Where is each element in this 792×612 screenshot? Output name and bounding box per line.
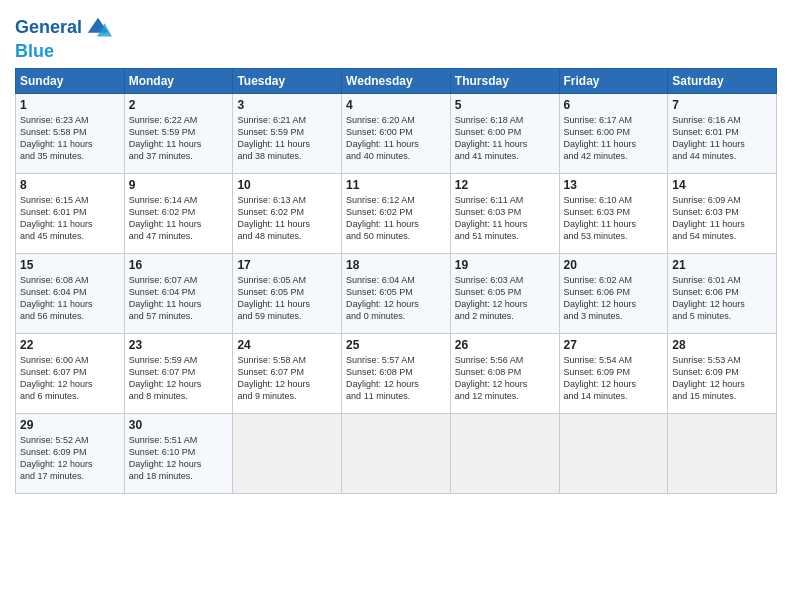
day-number: 30 xyxy=(129,418,229,432)
weekday-header: Tuesday xyxy=(233,68,342,93)
day-number: 12 xyxy=(455,178,555,192)
day-number: 7 xyxy=(672,98,772,112)
calendar-day-cell: 21Sunrise: 6:01 AMSunset: 6:06 PMDayligh… xyxy=(668,253,777,333)
calendar-day-cell xyxy=(668,413,777,493)
calendar-day-cell: 16Sunrise: 6:07 AMSunset: 6:04 PMDayligh… xyxy=(124,253,233,333)
day-content: Sunrise: 6:05 AMSunset: 6:05 PMDaylight:… xyxy=(237,274,337,323)
day-number: 8 xyxy=(20,178,120,192)
day-content: Sunrise: 6:04 AMSunset: 6:05 PMDaylight:… xyxy=(346,274,446,323)
page-container: General Blue SundayMondayT xyxy=(0,0,792,504)
day-content: Sunrise: 6:15 AMSunset: 6:01 PMDaylight:… xyxy=(20,194,120,243)
calendar-day-cell: 8Sunrise: 6:15 AMSunset: 6:01 PMDaylight… xyxy=(16,173,125,253)
calendar-day-cell: 19Sunrise: 6:03 AMSunset: 6:05 PMDayligh… xyxy=(450,253,559,333)
day-number: 2 xyxy=(129,98,229,112)
day-number: 23 xyxy=(129,338,229,352)
day-content: Sunrise: 5:52 AMSunset: 6:09 PMDaylight:… xyxy=(20,434,120,483)
day-number: 1 xyxy=(20,98,120,112)
calendar-day-cell: 9Sunrise: 6:14 AMSunset: 6:02 PMDaylight… xyxy=(124,173,233,253)
weekday-header: Sunday xyxy=(16,68,125,93)
calendar-day-cell: 20Sunrise: 6:02 AMSunset: 6:06 PMDayligh… xyxy=(559,253,668,333)
day-number: 26 xyxy=(455,338,555,352)
day-content: Sunrise: 5:58 AMSunset: 6:07 PMDaylight:… xyxy=(237,354,337,403)
day-content: Sunrise: 6:16 AMSunset: 6:01 PMDaylight:… xyxy=(672,114,772,163)
weekday-header: Friday xyxy=(559,68,668,93)
day-number: 24 xyxy=(237,338,337,352)
day-number: 11 xyxy=(346,178,446,192)
weekday-header: Wednesday xyxy=(342,68,451,93)
day-number: 5 xyxy=(455,98,555,112)
day-content: Sunrise: 6:23 AMSunset: 5:58 PMDaylight:… xyxy=(20,114,120,163)
calendar-day-cell: 22Sunrise: 6:00 AMSunset: 6:07 PMDayligh… xyxy=(16,333,125,413)
day-content: Sunrise: 6:01 AMSunset: 6:06 PMDaylight:… xyxy=(672,274,772,323)
calendar-header-row: SundayMondayTuesdayWednesdayThursdayFrid… xyxy=(16,68,777,93)
day-content: Sunrise: 6:20 AMSunset: 6:00 PMDaylight:… xyxy=(346,114,446,163)
calendar-day-cell: 27Sunrise: 5:54 AMSunset: 6:09 PMDayligh… xyxy=(559,333,668,413)
day-number: 17 xyxy=(237,258,337,272)
calendar-day-cell: 12Sunrise: 6:11 AMSunset: 6:03 PMDayligh… xyxy=(450,173,559,253)
calendar-day-cell: 23Sunrise: 5:59 AMSunset: 6:07 PMDayligh… xyxy=(124,333,233,413)
day-number: 19 xyxy=(455,258,555,272)
day-content: Sunrise: 6:00 AMSunset: 6:07 PMDaylight:… xyxy=(20,354,120,403)
calendar-day-cell: 29Sunrise: 5:52 AMSunset: 6:09 PMDayligh… xyxy=(16,413,125,493)
day-content: Sunrise: 6:11 AMSunset: 6:03 PMDaylight:… xyxy=(455,194,555,243)
day-number: 21 xyxy=(672,258,772,272)
day-content: Sunrise: 5:51 AMSunset: 6:10 PMDaylight:… xyxy=(129,434,229,483)
calendar-day-cell: 15Sunrise: 6:08 AMSunset: 6:04 PMDayligh… xyxy=(16,253,125,333)
calendar-day-cell xyxy=(559,413,668,493)
calendar-week-row: 1Sunrise: 6:23 AMSunset: 5:58 PMDaylight… xyxy=(16,93,777,173)
calendar-day-cell: 5Sunrise: 6:18 AMSunset: 6:00 PMDaylight… xyxy=(450,93,559,173)
calendar-day-cell: 13Sunrise: 6:10 AMSunset: 6:03 PMDayligh… xyxy=(559,173,668,253)
day-number: 13 xyxy=(564,178,664,192)
calendar-day-cell xyxy=(233,413,342,493)
calendar-table: SundayMondayTuesdayWednesdayThursdayFrid… xyxy=(15,68,777,494)
calendar-day-cell xyxy=(342,413,451,493)
calendar-day-cell: 1Sunrise: 6:23 AMSunset: 5:58 PMDaylight… xyxy=(16,93,125,173)
calendar-week-row: 29Sunrise: 5:52 AMSunset: 6:09 PMDayligh… xyxy=(16,413,777,493)
day-number: 4 xyxy=(346,98,446,112)
weekday-header: Thursday xyxy=(450,68,559,93)
calendar-body: 1Sunrise: 6:23 AMSunset: 5:58 PMDaylight… xyxy=(16,93,777,493)
weekday-header: Monday xyxy=(124,68,233,93)
day-number: 28 xyxy=(672,338,772,352)
day-number: 15 xyxy=(20,258,120,272)
day-content: Sunrise: 6:12 AMSunset: 6:02 PMDaylight:… xyxy=(346,194,446,243)
calendar-day-cell: 11Sunrise: 6:12 AMSunset: 6:02 PMDayligh… xyxy=(342,173,451,253)
day-content: Sunrise: 6:17 AMSunset: 6:00 PMDaylight:… xyxy=(564,114,664,163)
logo-text: General xyxy=(15,18,82,38)
calendar-week-row: 22Sunrise: 6:00 AMSunset: 6:07 PMDayligh… xyxy=(16,333,777,413)
day-content: Sunrise: 5:56 AMSunset: 6:08 PMDaylight:… xyxy=(455,354,555,403)
day-number: 22 xyxy=(20,338,120,352)
day-number: 16 xyxy=(129,258,229,272)
day-content: Sunrise: 6:22 AMSunset: 5:59 PMDaylight:… xyxy=(129,114,229,163)
page-header: General Blue xyxy=(15,10,777,62)
day-number: 29 xyxy=(20,418,120,432)
calendar-day-cell: 4Sunrise: 6:20 AMSunset: 6:00 PMDaylight… xyxy=(342,93,451,173)
day-content: Sunrise: 6:14 AMSunset: 6:02 PMDaylight:… xyxy=(129,194,229,243)
calendar-week-row: 8Sunrise: 6:15 AMSunset: 6:01 PMDaylight… xyxy=(16,173,777,253)
calendar-day-cell: 25Sunrise: 5:57 AMSunset: 6:08 PMDayligh… xyxy=(342,333,451,413)
day-content: Sunrise: 5:57 AMSunset: 6:08 PMDaylight:… xyxy=(346,354,446,403)
calendar-week-row: 15Sunrise: 6:08 AMSunset: 6:04 PMDayligh… xyxy=(16,253,777,333)
calendar-day-cell xyxy=(450,413,559,493)
day-number: 25 xyxy=(346,338,446,352)
day-number: 9 xyxy=(129,178,229,192)
day-content: Sunrise: 6:21 AMSunset: 5:59 PMDaylight:… xyxy=(237,114,337,163)
day-content: Sunrise: 5:59 AMSunset: 6:07 PMDaylight:… xyxy=(129,354,229,403)
calendar-day-cell: 26Sunrise: 5:56 AMSunset: 6:08 PMDayligh… xyxy=(450,333,559,413)
calendar-day-cell: 6Sunrise: 6:17 AMSunset: 6:00 PMDaylight… xyxy=(559,93,668,173)
logo-icon xyxy=(84,14,112,42)
day-number: 18 xyxy=(346,258,446,272)
calendar-day-cell: 18Sunrise: 6:04 AMSunset: 6:05 PMDayligh… xyxy=(342,253,451,333)
day-content: Sunrise: 6:18 AMSunset: 6:00 PMDaylight:… xyxy=(455,114,555,163)
day-number: 10 xyxy=(237,178,337,192)
day-content: Sunrise: 6:03 AMSunset: 6:05 PMDaylight:… xyxy=(455,274,555,323)
calendar-day-cell: 30Sunrise: 5:51 AMSunset: 6:10 PMDayligh… xyxy=(124,413,233,493)
day-number: 6 xyxy=(564,98,664,112)
day-content: Sunrise: 6:09 AMSunset: 6:03 PMDaylight:… xyxy=(672,194,772,243)
day-content: Sunrise: 6:08 AMSunset: 6:04 PMDaylight:… xyxy=(20,274,120,323)
day-content: Sunrise: 5:53 AMSunset: 6:09 PMDaylight:… xyxy=(672,354,772,403)
weekday-header: Saturday xyxy=(668,68,777,93)
calendar-day-cell: 17Sunrise: 6:05 AMSunset: 6:05 PMDayligh… xyxy=(233,253,342,333)
calendar-day-cell: 7Sunrise: 6:16 AMSunset: 6:01 PMDaylight… xyxy=(668,93,777,173)
day-number: 20 xyxy=(564,258,664,272)
